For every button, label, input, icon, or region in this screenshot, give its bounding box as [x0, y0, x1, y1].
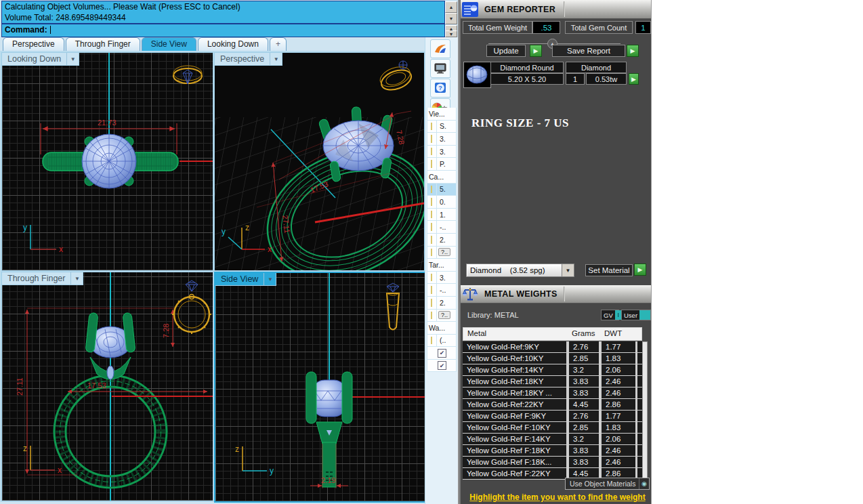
tool-panel-row[interactable]: -.. ✔: [427, 284, 457, 297]
chevron-down-icon[interactable]: ▼: [562, 264, 574, 276]
viewport-looking-down[interactable]: 21.73: [1, 52, 213, 271]
tool-panel-row[interactable]: 3. ✔: [427, 146, 457, 159]
set-material-button[interactable]: Set Material: [585, 264, 633, 276]
viewport-canvas-looking-down: 21.73: [2, 53, 213, 270]
command-input[interactable]: Command:: [2, 24, 444, 35]
dim-label-head: 7.28: [162, 324, 170, 338]
total-gem-count-value: 1: [635, 21, 651, 34]
tool-panel-row[interactable]: Vie... ✔: [427, 108, 457, 121]
scroll-up-button[interactable]: ▲: [445, 1, 457, 13]
grams-cell: 2.76: [569, 341, 599, 352]
use-object-materials-dropdown[interactable]: Use Object Materials ◉: [565, 478, 650, 490]
monitor-icon[interactable]: [430, 59, 450, 78]
spinner-down-button[interactable]: ▼: [445, 30, 457, 37]
tab[interactable]: +: [270, 37, 287, 51]
metal-name-cell: Yellow Gold-Ref:14KY: [463, 364, 566, 375]
metal-table-row[interactable]: Yellow Gold-Ref:10KY 2.85 1.83: [463, 353, 642, 364]
tool-panel-row[interactable]: Ca... ✔: [427, 171, 457, 184]
metal-table-row[interactable]: Yellow Gold-Ref:22KY 4.45 2.86: [463, 399, 642, 410]
tool-panel-row[interactable]: ?.. ✔: [427, 310, 457, 322]
tool-panel-row[interactable]: Tar... ✔: [427, 259, 457, 272]
save-report-go-button[interactable]: ▶: [627, 45, 639, 57]
swatch-icon: [427, 234, 437, 246]
metal-table-row[interactable]: Yellow Gold-Ref:18KY ... 3.83 2.46: [463, 387, 642, 398]
tool-panel-row[interactable]: S. ✔: [427, 121, 457, 133]
tool-panel-row[interactable]: 2. ✔: [427, 297, 457, 310]
gem-reporter-panel: GEM REPORTER Total Gem Weight .53 Total …: [458, 0, 651, 504]
tool-panel-row[interactable]: 3. ✔: [427, 133, 457, 146]
gem-count-cell: 1: [566, 73, 585, 85]
metal-table-header: Metal Grams DWT: [463, 327, 642, 341]
chevron-down-icon[interactable]: ▼: [264, 273, 276, 285]
spare-cell: [637, 422, 642, 433]
ring-top-view: [43, 134, 178, 188]
metal-table-row[interactable]: Yellow Gold-Ref F:9KY 2.76 1.77: [463, 411, 642, 421]
viewport-side-view[interactable]: 2.19 z y Side View ▼: [214, 272, 426, 503]
gv-toggle[interactable]: GV I: [601, 310, 619, 320]
metal-table-row[interactable]: Yellow Gold-Ref:14KY 3.2 2.06: [463, 364, 642, 375]
grams-cell: 2.76: [569, 411, 599, 421]
metal-name-cell: Yellow Gold-Ref F:9KY: [463, 411, 566, 421]
tool-panel-row[interactable]: -.. ✔: [427, 221, 457, 234]
viewport-label-side-view[interactable]: Side View ▼: [215, 273, 276, 286]
user-toggle[interactable]: User: [621, 310, 651, 320]
metal-table-row[interactable]: Yellow Gold-Ref:9KY 2.76 1.77: [463, 341, 642, 352]
command-bar: Calculating Object Volumes... Please Wai…: [0, 0, 458, 37]
chevron-down-icon[interactable]: ▼: [270, 53, 282, 65]
tool-panel-row[interactable]: 2. ✔: [427, 234, 457, 247]
spare-cell: [637, 445, 642, 456]
spare-cell: [637, 387, 642, 398]
tool-panel-row[interactable]: (.. ✔: [427, 335, 457, 348]
tool-panel-row[interactable]: ✔: [427, 360, 457, 373]
viewport-label-through-finger[interactable]: Through Finger ▼: [2, 272, 83, 285]
tool-panel-row[interactable]: 1. ✔: [427, 209, 457, 222]
save-report-button[interactable]: Save Report: [552, 45, 625, 57]
ghost-ring-icon: [377, 61, 414, 93]
viewport-perspective[interactable]: 7.28 17.53 27.11 z y x: [214, 52, 425, 271]
tool-panel-row[interactable]: 3. ✔: [427, 272, 457, 285]
checkbox[interactable]: ✔: [438, 361, 446, 370]
gem-weight-cell: 0.53tw: [586, 73, 627, 85]
viewport-label-looking-down[interactable]: Looking Down ▼: [2, 53, 79, 66]
dwt-cell: 2.46: [602, 457, 635, 467]
material-dropdown[interactable]: Diamond (3.52 spg) ▼: [466, 264, 574, 277]
tool-panel-row[interactable]: ✔: [427, 347, 457, 360]
grams-cell: 2.85: [569, 422, 599, 433]
update-button[interactable]: Update: [486, 45, 526, 57]
chevron-down-icon[interactable]: ▼: [66, 53, 79, 65]
grams-cell: 2.85: [569, 353, 599, 364]
help-icon[interactable]: ?: [430, 79, 450, 98]
tab[interactable]: Looking Down: [198, 37, 268, 51]
set-material-go-button[interactable]: ▶: [634, 264, 646, 276]
tab[interactable]: Perspective: [3, 37, 64, 51]
dim-label-width: 21.73: [98, 119, 117, 127]
side-tool-column: ? Vie... ✔: [425, 37, 458, 504]
app-logo-icon[interactable]: [430, 39, 450, 58]
tool-panel-row[interactable]: 5. ✔: [427, 184, 457, 196]
table-scrollbar[interactable]: [642, 341, 648, 480]
metal-table-row[interactable]: Yellow Gold-Ref:18KY 3.83 2.46: [463, 376, 642, 387]
tool-panel-row[interactable]: 0. ✔: [427, 196, 457, 209]
tab[interactable]: Through Finger: [66, 37, 140, 51]
metal-name-cell: Yellow Gold-Ref:10KY: [463, 353, 566, 364]
dropdown-icon[interactable]: ◉: [639, 478, 649, 489]
metal-table-row[interactable]: Yellow Gold-Ref F:18KY 3.83 2.46: [463, 445, 642, 456]
svg-text:y: y: [23, 223, 27, 232]
tool-panel-row[interactable]: Wa... ✔: [427, 322, 457, 335]
dwt-cell: 2.46: [602, 376, 635, 387]
update-go-button[interactable]: ▶: [530, 45, 542, 57]
checkbox[interactable]: ✔: [438, 349, 446, 358]
scroll-down-button[interactable]: ▼: [445, 13, 457, 24]
ring-side-profile: [306, 372, 352, 487]
chevron-down-icon[interactable]: ▼: [70, 272, 83, 285]
metal-table-row[interactable]: Yellow Gold-Ref F:18K... 3.83 2.46: [463, 457, 642, 467]
gem-row-go-button[interactable]: ▶: [629, 73, 639, 85]
tool-panel-row[interactable]: ?.. ✔: [427, 247, 457, 259]
metal-table-row[interactable]: Yellow Gold-Ref F:14KY 3.2 2.06: [463, 434, 642, 444]
tab[interactable]: Side View: [142, 37, 196, 51]
ghost-ring-icon: [173, 66, 202, 84]
metal-table-row[interactable]: Yellow Gold-Ref F:10KY 2.85 1.83: [463, 422, 642, 433]
viewport-through-finger[interactable]: 17.53 27.11 7.28 z x: [1, 272, 213, 501]
tool-panel-row[interactable]: P. ✔: [427, 158, 457, 171]
viewport-label-perspective[interactable]: Perspective ▼: [215, 53, 282, 66]
